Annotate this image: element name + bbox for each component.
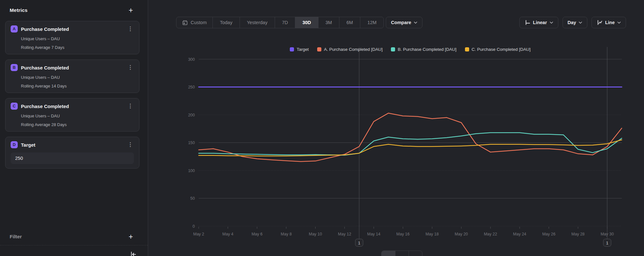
- range-12m[interactable]: 12M: [360, 17, 384, 28]
- compare-button[interactable]: Compare: [386, 17, 422, 28]
- range-6m[interactable]: 6M: [339, 17, 360, 28]
- kebab-menu-icon[interactable]: ⋮: [127, 142, 134, 148]
- legend-item-a[interactable]: A. Purchase Completed [DAU]: [317, 47, 383, 52]
- granularity-label: Day: [568, 20, 576, 25]
- metric-card-a-header: A Purchase Completed ⋮: [11, 25, 134, 32]
- metric-card-a[interactable]: A Purchase Completed ⋮ Unique Users – DA…: [5, 21, 139, 54]
- x-axis-label: May 20: [455, 232, 468, 236]
- range-label: 6M: [346, 20, 353, 25]
- legend-swatch: [465, 47, 469, 51]
- range-7d[interactable]: 7D: [275, 17, 295, 28]
- chart-type-dropdown[interactable]: Line: [592, 17, 626, 28]
- view-toggle-chart[interactable]: [382, 251, 395, 256]
- sidebar-divider: [0, 245, 148, 245]
- target-value-input[interactable]: 250: [11, 152, 134, 164]
- range-label: Today: [220, 20, 232, 25]
- chart-type-label: Line: [605, 20, 615, 25]
- legend-label: A. Purchase Completed [DAU]: [324, 47, 383, 52]
- range-yesterday[interactable]: Yesterday: [240, 17, 275, 28]
- x-axis-label: May 4: [223, 232, 233, 236]
- y-axis-label: 250: [188, 85, 195, 89]
- compare-label: Compare: [391, 20, 411, 25]
- y-axis-label: 150: [188, 141, 195, 145]
- metric-title: Purchase Completed: [21, 104, 127, 109]
- date-range-control: Custom Today Yesterday 7D 30D 3M 6M 12M: [176, 17, 384, 28]
- series-line-4[interactable]: [199, 140, 622, 156]
- legend-item-b[interactable]: B. Purchase Completed [DAU]: [391, 47, 456, 52]
- chart-toolbar: Custom Today Yesterday 7D 30D 3M 6M 12M …: [148, 17, 644, 28]
- range-label: Yesterday: [247, 20, 268, 25]
- x-axis-label: May 26: [542, 232, 555, 236]
- metric-badge-a: A: [11, 25, 18, 32]
- collapse-sidebar-icon[interactable]: [130, 251, 137, 256]
- x-axis-label: May 14: [367, 232, 380, 236]
- x-axis-label: May 12: [338, 232, 351, 236]
- target-card-header: D Target ⋮: [11, 141, 134, 148]
- annotation-badge-label: 1: [358, 241, 360, 245]
- chart-legend: Target A. Purchase Completed [DAU] B. Pu…: [199, 47, 622, 52]
- metric-title: Purchase Completed: [21, 65, 127, 70]
- x-axis-label: May 8: [281, 232, 292, 236]
- range-custom[interactable]: Custom: [176, 17, 213, 28]
- calendar-icon: [182, 20, 188, 25]
- filter-header: Filter +: [10, 233, 133, 240]
- metric-badge-d: D: [11, 141, 18, 148]
- series-line-3[interactable]: [199, 133, 622, 155]
- legend-item-target[interactable]: Target: [290, 47, 309, 52]
- scale-label: Linear: [533, 20, 547, 25]
- metric-transform[interactable]: Rolling Average 14 Days: [21, 84, 134, 88]
- metrics-header: Metrics +: [10, 7, 133, 14]
- line-chart-canvas[interactable]: 050100150200250300May 2May 4May 6May 8Ma…: [148, 0, 644, 256]
- legend-item-c[interactable]: C. Purchase Completed [DAU]: [465, 47, 531, 52]
- range-label: 12M: [367, 20, 376, 25]
- add-filter-icon[interactable]: +: [129, 233, 133, 240]
- metric-card-list: A Purchase Completed ⋮ Unique Users – DA…: [5, 21, 139, 169]
- range-today[interactable]: Today: [213, 17, 240, 28]
- metric-transform[interactable]: Rolling Average 28 Days: [21, 122, 134, 127]
- legend-label: C. Purchase Completed [DAU]: [472, 47, 531, 52]
- metric-card-c[interactable]: C Purchase Completed ⋮ Unique Users – DA…: [5, 98, 139, 132]
- annotation-badge-label: 1: [606, 241, 608, 245]
- kebab-menu-icon[interactable]: ⋮: [127, 103, 134, 109]
- view-toggle-table[interactable]: [395, 251, 409, 256]
- metric-measurement[interactable]: Unique Users – DAU: [21, 75, 134, 80]
- legend-swatch: [317, 47, 321, 51]
- metric-card-b[interactable]: B Purchase Completed ⋮ Unique Users – DA…: [5, 59, 139, 93]
- metric-measurement[interactable]: Unique Users – DAU: [21, 114, 134, 118]
- metric-card-b-header: B Purchase Completed ⋮: [11, 64, 134, 71]
- range-3m[interactable]: 3M: [318, 17, 339, 28]
- range-30d[interactable]: 30D: [295, 17, 318, 28]
- chevron-down-icon: [550, 22, 553, 24]
- chevron-down-icon: [414, 22, 417, 24]
- granularity-dropdown[interactable]: Day: [563, 17, 588, 28]
- x-axis-label: May 6: [251, 232, 262, 236]
- range-label: 3M: [326, 20, 332, 25]
- metric-measurement[interactable]: Unique Users – DAU: [21, 36, 134, 41]
- range-label: Custom: [191, 20, 207, 25]
- metric-transform[interactable]: Rolling Average 7 Days: [21, 45, 134, 50]
- chevron-down-icon: [579, 22, 582, 24]
- metric-badge-b: B: [11, 64, 18, 71]
- x-axis-label: May 24: [513, 232, 526, 236]
- chevron-down-icon: [617, 22, 621, 24]
- y-axis-label: 300: [188, 57, 195, 62]
- kebab-menu-icon[interactable]: ⋮: [127, 64, 134, 71]
- kebab-menu-icon[interactable]: ⋮: [127, 26, 134, 32]
- y-axis-label: 50: [190, 196, 195, 201]
- range-label: 7D: [282, 20, 288, 25]
- x-axis-label: May 18: [425, 232, 439, 236]
- toolbar-left-group: Custom Today Yesterday 7D 30D 3M 6M 12M …: [176, 17, 422, 28]
- chart-view-toggle: [381, 251, 422, 256]
- view-toggle-card[interactable]: [409, 251, 422, 256]
- metric-title: Purchase Completed: [21, 26, 127, 32]
- y-axis-label: 200: [188, 113, 195, 117]
- x-axis-label: May 22: [484, 232, 497, 236]
- sidebar: Metrics + A Purchase Completed ⋮ Unique …: [0, 0, 148, 256]
- add-metric-icon[interactable]: +: [129, 7, 133, 14]
- line-chart-icon: [597, 20, 602, 25]
- scale-dropdown[interactable]: Linear: [519, 17, 558, 28]
- chart-panel: Custom Today Yesterday 7D 30D 3M 6M 12M …: [148, 0, 644, 256]
- target-card[interactable]: D Target ⋮ 250: [5, 137, 139, 169]
- linear-scale-icon: [525, 20, 530, 25]
- y-axis-label: 100: [188, 169, 195, 173]
